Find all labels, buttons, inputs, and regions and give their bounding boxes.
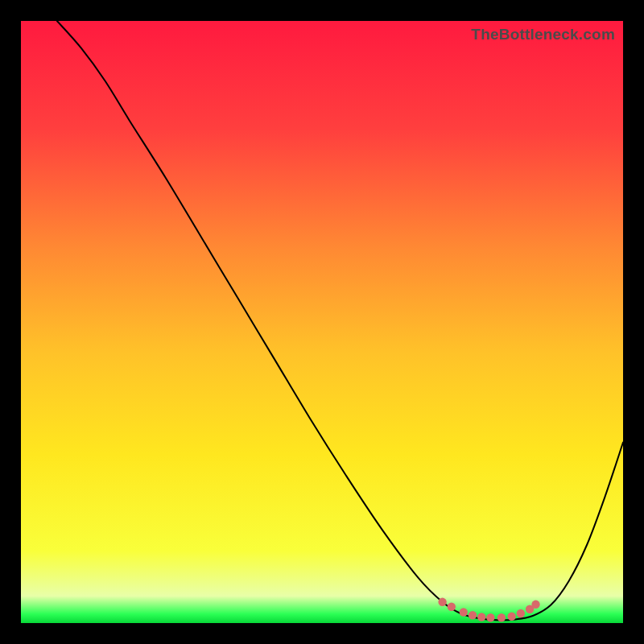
- chart-frame: TheBottleneck.com: [21, 21, 623, 623]
- gradient-background: [21, 21, 623, 623]
- highlight-dot: [531, 601, 539, 609]
- watermark-text: TheBottleneck.com: [471, 26, 615, 43]
- highlight-dot: [460, 608, 468, 616]
- highlight-dot: [438, 598, 446, 606]
- highlight-dot: [477, 613, 485, 621]
- bottleneck-chart: [21, 21, 623, 623]
- highlight-dot: [448, 603, 456, 611]
- highlight-dot: [497, 613, 506, 621]
- highlight-dot: [469, 611, 477, 619]
- highlight-dot: [486, 613, 494, 621]
- highlight-dot: [517, 609, 525, 617]
- highlight-dot: [507, 613, 515, 621]
